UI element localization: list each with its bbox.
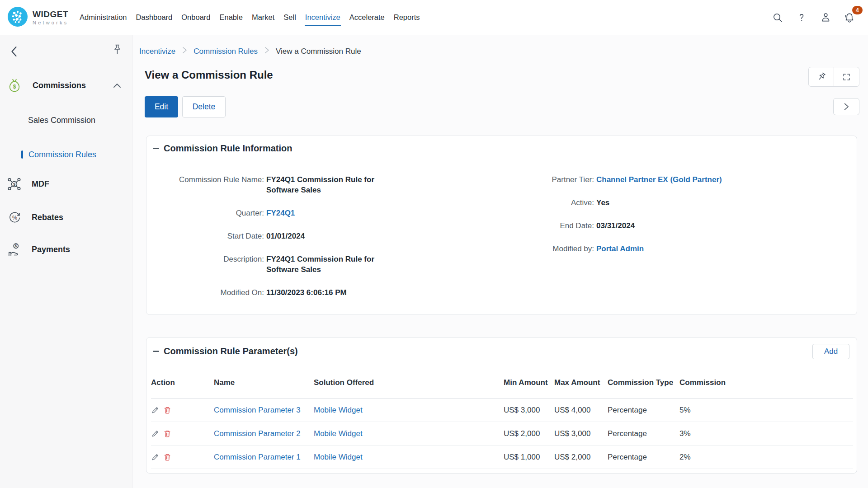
collapse-panel-icon[interactable] xyxy=(153,148,159,149)
svg-text:%: % xyxy=(12,214,17,221)
nav-onboard[interactable]: Onboard xyxy=(181,9,211,26)
field-active: Active: Yes xyxy=(463,197,804,208)
delete-parameter-icon[interactable] xyxy=(163,429,171,438)
commission-rule-parameters-panel: Commission Rule Parameter(s) Add Action … xyxy=(146,337,857,474)
edit-button[interactable]: Edit xyxy=(145,96,178,117)
nav-dashboard[interactable]: Dashboard xyxy=(136,9,173,26)
col-name: Name xyxy=(214,367,314,399)
info-fields-right: Partner Tier: Channel Partner EX (Gold P… xyxy=(463,174,804,267)
table-row: Commission Parameter 2 Mobile Widget US$… xyxy=(151,422,853,446)
sidebar-item-sales-commission[interactable]: Sales Commission xyxy=(0,113,132,128)
page-root: { "brand": {"name": "WIDGET", "tagline":… xyxy=(0,0,868,488)
field-modified-by: Modified by: Portal Admin xyxy=(463,244,804,254)
info-fields-left: Commission Rule Name: FY24Q1 Commission … xyxy=(146,174,397,310)
breadcrumb-commission-rules[interactable]: Commission Rules xyxy=(193,47,258,56)
fullscreen-icon[interactable] xyxy=(834,67,859,86)
commission-cell: 5% xyxy=(679,399,853,422)
table-row: Commission Parameter 3 Mobile Widget US$… xyxy=(151,399,853,422)
commission-type-cell: Percentage xyxy=(608,446,679,469)
page-title: View a Commission Rule xyxy=(145,68,273,82)
col-commission-type: Commission Type xyxy=(608,367,679,399)
next-record-button[interactable] xyxy=(833,98,859,115)
field-description: Description: FY24Q1 Commission Rule for … xyxy=(146,254,397,275)
notification-badge: 4 xyxy=(852,6,863,14)
parameters-table: Action Name Solution Offered Min Amount … xyxy=(151,367,853,469)
partner-tier-link[interactable]: Channel Partner EX (Gold Partner) xyxy=(596,174,804,185)
brand-logo[interactable]: WIDGET Networks xyxy=(8,7,68,28)
svg-text:$: $ xyxy=(13,182,16,187)
bell-icon[interactable]: 4 xyxy=(844,12,855,23)
search-icon[interactable] xyxy=(772,12,783,23)
params-panel-title: Commission Rule Parameter(s) xyxy=(164,346,298,357)
commission-cell: 2% xyxy=(679,446,853,469)
sidebar-item-commission-rules[interactable]: Commission Rules xyxy=(0,147,132,162)
breadcrumb-incentivize[interactable]: Incentivize xyxy=(139,47,175,56)
delete-parameter-icon[interactable] xyxy=(163,406,171,414)
top-bar: WIDGET Networks Administration Dashboard… xyxy=(0,0,868,35)
nav-reports[interactable]: Reports xyxy=(393,9,420,26)
solution-offered-link[interactable]: Mobile Widget xyxy=(314,453,363,461)
nav-accelerate[interactable]: Accelerate xyxy=(349,9,385,26)
nav-sell[interactable]: Sell xyxy=(283,9,297,26)
sidebar-item-mdf[interactable]: $ MDF xyxy=(0,176,132,192)
breadcrumb-current: View a Commission Rule xyxy=(276,47,361,56)
edit-parameter-icon[interactable] xyxy=(151,406,160,414)
svg-text:$: $ xyxy=(13,83,16,89)
field-start-date: Start Date: 01/01/2024 xyxy=(146,231,397,241)
collapse-panel-icon[interactable] xyxy=(153,351,159,352)
topbar-icons: 4 xyxy=(772,12,855,23)
solution-offered-link[interactable]: Mobile Widget xyxy=(314,406,363,414)
commission-rule-information-panel: Commission Rule Information Commission R… xyxy=(146,136,857,315)
parameter-name-link[interactable]: Commission Parameter 2 xyxy=(214,429,301,438)
info-panel-title: Commission Rule Information xyxy=(164,143,292,154)
commission-cell: 3% xyxy=(679,422,853,446)
edit-parameter-icon[interactable] xyxy=(151,453,160,461)
sidebar-item-payments[interactable]: $ Payments xyxy=(0,242,132,257)
parameter-name-link[interactable]: Commission Parameter 1 xyxy=(214,453,301,461)
brand-name: WIDGET xyxy=(33,10,68,19)
help-icon[interactable] xyxy=(796,12,807,23)
field-quarter: Quarter: FY24Q1 xyxy=(146,208,397,218)
brand-tagline: Networks xyxy=(33,20,68,25)
col-commission: Commission xyxy=(679,367,853,399)
nav-market[interactable]: Market xyxy=(251,9,275,26)
modified-by-link[interactable]: Portal Admin xyxy=(596,244,804,254)
field-partner-tier: Partner Tier: Channel Partner EX (Gold P… xyxy=(463,174,804,185)
nav-enable[interactable]: Enable xyxy=(219,9,243,26)
pin-page-button[interactable] xyxy=(809,67,834,86)
nav-administration[interactable]: Administration xyxy=(79,9,127,26)
col-solution-offered: Solution Offered xyxy=(314,367,504,399)
sidebar-group-commissions[interactable]: $ Commissions xyxy=(0,78,132,93)
page-header-buttons xyxy=(808,67,859,87)
edit-parameter-icon[interactable] xyxy=(151,429,160,438)
sidebar-pin-icon[interactable] xyxy=(112,44,123,57)
chevron-up-icon xyxy=(113,83,121,88)
sidebar-collapse-button[interactable] xyxy=(8,45,20,60)
min-amount-cell: US$ 3,000 xyxy=(504,399,554,422)
max-amount-cell: US$ 3,000 xyxy=(554,422,608,446)
top-navigation: Administration Dashboard Onboard Enable … xyxy=(79,0,420,35)
field-end-date: End Date: 03/31/2024 xyxy=(463,221,804,231)
breadcrumb: Incentivize Commission Rules View a Comm… xyxy=(139,46,361,56)
max-amount-cell: US$ 2,000 xyxy=(554,446,608,469)
quarter-link[interactable]: FY24Q1 xyxy=(266,208,397,218)
payments-hand-icon: $ xyxy=(7,242,22,257)
min-amount-cell: US$ 1,000 xyxy=(504,446,554,469)
delete-parameter-icon[interactable] xyxy=(163,453,171,461)
table-row: Commission Parameter 1 Mobile Widget US$… xyxy=(151,446,853,469)
nav-incentivize[interactable]: Incentivize xyxy=(305,9,341,26)
user-icon[interactable] xyxy=(820,12,831,23)
chevron-right-icon xyxy=(264,46,269,56)
max-amount-cell: US$ 4,000 xyxy=(554,399,608,422)
solution-offered-link[interactable]: Mobile Widget xyxy=(314,429,363,438)
svg-text:$: $ xyxy=(15,244,17,248)
table-header-row: Action Name Solution Offered Min Amount … xyxy=(151,367,853,399)
col-action: Action xyxy=(151,367,214,399)
delete-button[interactable]: Delete xyxy=(182,96,226,117)
sidebar: $ Commissions Sales Commission Commissio… xyxy=(0,35,132,488)
sidebar-item-rebates[interactable]: % Rebates xyxy=(0,210,132,225)
parameter-name-link[interactable]: Commission Parameter 3 xyxy=(214,406,301,414)
money-bag-icon: $ xyxy=(7,78,22,93)
field-commission-rule-name: Commission Rule Name: FY24Q1 Commission … xyxy=(146,174,397,195)
add-parameter-button[interactable]: Add xyxy=(812,344,849,359)
